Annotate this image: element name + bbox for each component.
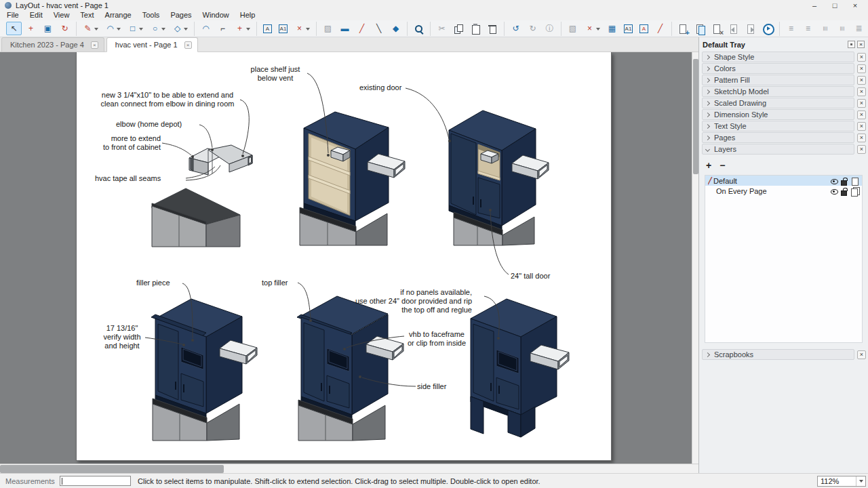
tray-section-header[interactable]: SketchUp Model [702,86,854,97]
text-tool[interactable]: A [260,22,275,35]
annotation-hvac-tape[interactable]: hvac tape all seams [95,174,161,183]
tab-close-icon[interactable]: × [184,41,192,49]
close-panel-icon[interactable]: × [857,76,866,85]
dropdown-caret-icon[interactable] [596,28,600,33]
menu-text[interactable]: Text [75,10,99,20]
split-join-button[interactable]: × [582,22,603,35]
duct-elbow-drawing[interactable] [189,145,252,175]
select-tool[interactable]: ↖ [6,22,22,35]
close-panel-icon[interactable]: × [857,53,866,62]
align-top-button[interactable]: ≡ [817,22,833,35]
close-panel-icon[interactable]: × [857,64,866,73]
align-bottom-button[interactable]: ≡ [834,22,850,35]
annotation-existing-door[interactable]: existing door [359,83,401,92]
undo-button[interactable]: ↺ [508,22,524,35]
annotation-no-panels[interactable]: if no panels available, use other 24" do… [332,288,472,315]
zoom-tool[interactable] [411,22,427,35]
arc-tool[interactable]: ◠ [198,22,214,35]
tab-hvac-vent-page-1[interactable]: hvac vent - Page 1× [106,37,198,52]
close-button[interactable]: × [845,0,865,10]
unlocked-icon[interactable] [840,187,849,195]
delete-button[interactable] [485,22,500,35]
split-tool[interactable]: × [292,22,313,35]
document-info-button[interactable]: ⓘ [542,22,557,35]
eyedropper-button[interactable]: ╱ [652,22,668,35]
tray-section-header[interactable]: Dimension Style [702,109,854,120]
add-page-button[interactable] [675,22,691,35]
remove-layer-button[interactable]: − [719,160,725,171]
visible-icon[interactable] [830,187,839,195]
pattern-fill-button[interactable]: ▧ [565,22,580,35]
dropdown-caret-icon[interactable] [306,28,310,33]
visible-icon[interactable] [830,177,839,185]
polygon-tool[interactable]: ◇ [170,22,191,35]
measurements-input[interactable] [60,476,131,486]
canvas-area[interactable]: place shelf just below ventnew 3 1/4"x10… [0,52,698,473]
annotation-size-17[interactable]: 17 13/16" verify width and height [90,324,154,351]
page[interactable]: place shelf just below ventnew 3 1/4"x10… [76,52,612,461]
tab-close-icon[interactable]: × [91,41,98,49]
menu-arrange[interactable]: Arrange [100,10,137,20]
close-panel-icon[interactable]: × [857,134,866,142]
menu-file[interactable]: File [1,10,24,20]
paste-button[interactable] [468,22,484,35]
pin-tray-icon[interactable] [848,41,855,48]
dropdown-caret-icon[interactable] [139,28,143,33]
vertical-scrollbar-thumb[interactable] [693,59,698,174]
align-right-button[interactable]: ≡ [800,22,816,35]
maximize-button[interactable]: □ [825,0,845,10]
every-page-icon[interactable] [850,187,859,195]
annotation-more-extend[interactable]: more to extend to front of cabinet [82,134,161,152]
layer-row-on-every-page[interactable]: On Every Page [705,186,862,196]
tray-section-header[interactable]: Layers [702,144,854,155]
tray-section-header[interactable]: Shape Style [702,52,854,62]
dropdown-caret-icon[interactable] [117,28,121,33]
zoom-level-combobox[interactable]: 112% [817,476,866,487]
close-panel-icon[interactable]: × [857,145,866,154]
dropdown-caret-icon[interactable] [184,28,188,33]
offset-tool[interactable]: + [232,22,253,35]
menu-pages[interactable]: Pages [165,10,197,20]
label-tool[interactable]: A1 [276,22,290,35]
tray-section-header[interactable]: Pattern Fill [702,75,854,85]
vertical-scrollbar[interactable] [692,52,698,464]
eraser-tool[interactable]: ▬ [337,22,353,35]
tab-kitchen-2023-page-4[interactable]: Kitchen 2023 - Page 4× [1,37,104,52]
annotation-door-24[interactable]: 24" tall door [511,272,550,281]
center-vertically-button[interactable]: ≣ [851,22,867,35]
menu-view[interactable]: View [48,10,75,20]
previous-page-button[interactable] [726,22,742,35]
circle-tool[interactable]: ○ [147,22,168,35]
close-panel-icon[interactable]: × [857,350,866,359]
menu-help[interactable]: Help [235,10,261,20]
close-panel-icon[interactable]: × [857,99,866,108]
text-style-button[interactable]: A [637,22,651,35]
tray-section-header[interactable]: Scrapbooks [702,349,854,360]
tray-section-header[interactable]: Scaled Drawing [702,98,854,108]
style-eyedropper-tool[interactable]: ╱ [354,22,370,35]
align-left-button[interactable]: ≡ [783,22,799,35]
base-cabinet-topleft-drawing[interactable] [152,188,240,247]
annotation-top-filler[interactable]: top filler [262,279,288,287]
annotation-vhb[interactable]: vhb to faceframe or clip from inside [401,330,473,348]
menu-tools[interactable]: Tools [137,10,165,20]
close-panel-icon[interactable]: × [857,122,866,131]
next-page-button[interactable] [743,22,759,35]
single-page-icon[interactable] [850,177,859,185]
close-panel-icon[interactable]: × [857,87,866,96]
label-style-button[interactable]: A1 [621,22,635,35]
freehand-tool[interactable]: ◠ [102,22,123,35]
duplicate-page-button[interactable] [692,22,708,35]
cut-button[interactable]: ✂ [434,22,450,35]
copy-button[interactable] [451,22,467,35]
rotate-tool[interactable]: ↻ [57,22,73,35]
add-layer-button[interactable]: + [706,160,711,171]
scale-tool[interactable]: ▣ [40,22,56,35]
tray-section-header[interactable]: Colors [702,63,854,74]
dropdown-caret-icon[interactable] [94,28,98,33]
start-presentation-button[interactable] [760,22,776,35]
layer-row-default[interactable]: ╱Default [705,176,862,186]
unlocked-icon[interactable] [840,177,849,185]
delete-page-button[interactable] [709,22,725,35]
line-tool[interactable]: ✎ [80,22,101,35]
